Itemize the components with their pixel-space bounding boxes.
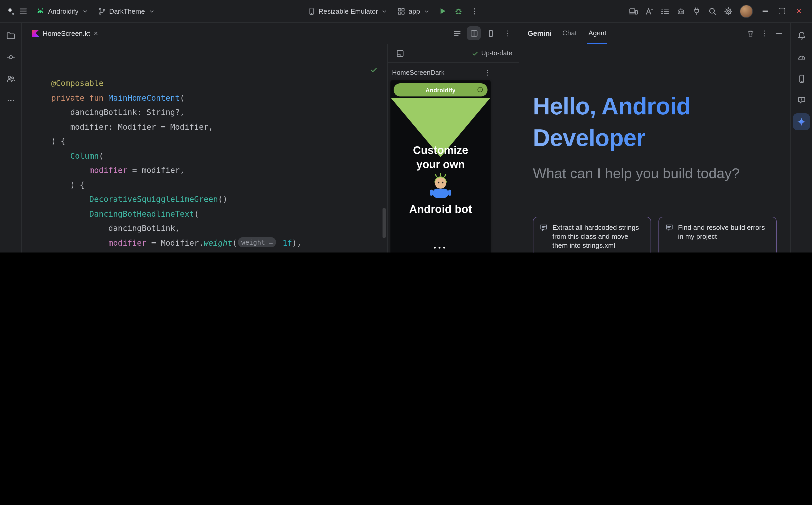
- gemini-header: Gemini Chat Agent: [519, 23, 790, 44]
- window-minimize-button[interactable]: [757, 4, 773, 18]
- ai-actions-button[interactable]: [642, 4, 656, 18]
- code-line[interactable]: modifier = Modifier.weight(weight = 1f),: [51, 236, 387, 250]
- gemini-tab-chat[interactable]: Chat: [561, 23, 578, 44]
- device-selector[interactable]: Resizable Emulator: [303, 4, 392, 18]
- code-editor[interactable]: @Composableprivate fun MainHomeContent( …: [22, 44, 387, 252]
- close-icon: ×: [796, 6, 801, 16]
- gemini-suggestion-card[interactable]: Extract all hardcoded strings from this …: [533, 217, 651, 252]
- minimize-panel-icon[interactable]: [775, 29, 783, 37]
- code-view-button[interactable]: [450, 26, 464, 40]
- gemini-subtitle: What can I help you build today?: [533, 166, 777, 182]
- chevron-down-icon: [82, 8, 89, 14]
- project-tool-button[interactable]: [2, 27, 19, 44]
- left-tool-strip: [0, 23, 22, 252]
- ide-logo-icon: [5, 6, 15, 16]
- preview-gallery-button[interactable]: [393, 46, 407, 60]
- more-run-actions-button[interactable]: [467, 4, 482, 18]
- compose-preview-pane: Up-to-date HomeScreenDark: [387, 44, 518, 252]
- trash-icon[interactable]: [746, 29, 755, 37]
- task-list-button[interactable]: [658, 4, 672, 18]
- gemini-tool-button[interactable]: [793, 113, 810, 130]
- android-head-icon: [36, 7, 45, 16]
- device-manager-button[interactable]: [626, 4, 641, 18]
- preview-app-title: Androidify: [426, 87, 456, 93]
- search-everywhere-button[interactable]: [705, 4, 720, 18]
- split-view-button[interactable]: [467, 26, 481, 40]
- branch-selector[interactable]: DarkTheme: [94, 4, 159, 18]
- editor-scrollbar[interactable]: [382, 208, 386, 238]
- chat-suggestion-icon: [665, 223, 673, 233]
- carousel-dots-icon: ●●●: [391, 245, 490, 250]
- gemini-suggestions: Extract all hardcoded strings from this …: [533, 217, 777, 252]
- preview-app-bar: Androidify: [393, 83, 487, 97]
- window-maximize-button[interactable]: [774, 4, 790, 18]
- inspections-ok-icon[interactable]: [313, 49, 378, 93]
- preview-card-homescreendark[interactable]: Androidify Customize your own: [391, 80, 490, 252]
- code-line[interactable]: modifier = modifier,: [51, 163, 387, 178]
- kotlin-file-icon: [32, 30, 39, 37]
- code-line[interactable]: Column(: [51, 149, 387, 163]
- settings-button[interactable]: [721, 4, 735, 18]
- code-line[interactable]: private fun MainHomeContent(: [51, 91, 387, 106]
- main-menu-button[interactable]: [16, 4, 31, 18]
- window-close-button[interactable]: ×: [791, 4, 807, 18]
- gear-icon: [724, 7, 732, 16]
- preview-headline-bot: Android bot: [391, 203, 490, 216]
- chevron-down-icon: [148, 8, 155, 14]
- editor-workspace: HomeScreen.kt × @Compo: [22, 23, 519, 252]
- profiler-tool-button[interactable]: [793, 48, 810, 65]
- pull-requests-tool-button[interactable]: [2, 70, 19, 87]
- preview-scroll-area[interactable]: HomeScreenDark Androidify: [388, 63, 518, 252]
- code-line[interactable]: modifier: Modifier = Modifier,: [51, 120, 387, 134]
- gemini-greeting: Hello, Android Developer: [533, 91, 777, 154]
- ai-actions-icon: [645, 7, 654, 16]
- code-line[interactable]: ): [51, 250, 387, 252]
- device-name: Resizable Emulator: [319, 7, 378, 15]
- code-line[interactable]: dancingBotLink: String?,: [51, 106, 387, 120]
- editor-options-button[interactable]: [501, 26, 514, 40]
- preview-name: HomeScreenDark: [392, 69, 445, 76]
- code-line[interactable]: ) {: [51, 178, 387, 192]
- kebab-menu-icon[interactable]: [761, 29, 769, 37]
- code-line[interactable]: DancingBotHeadlineText(: [51, 207, 387, 221]
- suggestion-text: Find and resolve build errors in my proj…: [678, 223, 770, 241]
- commit-tool-button[interactable]: [2, 48, 19, 65]
- preview-toolbar: Up-to-date: [388, 44, 518, 63]
- tab-close-icon[interactable]: ×: [94, 29, 98, 37]
- gauge-icon: [797, 52, 806, 61]
- debug-button[interactable]: [451, 4, 466, 18]
- project-selector[interactable]: Androidify: [32, 4, 93, 18]
- device-manager-icon: [629, 7, 637, 16]
- preview-group-label[interactable]: HomeScreenDark: [392, 69, 491, 76]
- gemini-header-icons: [746, 29, 783, 37]
- gemini-tab-agent[interactable]: Agent: [587, 23, 607, 44]
- run-config-selector[interactable]: app: [393, 4, 434, 18]
- chevron-down-icon: [381, 8, 388, 14]
- code-line[interactable]: DecorativeSquiggleLimeGreen(): [51, 192, 387, 207]
- kebab-menu-icon: [503, 29, 511, 37]
- device-explorer-tool-button[interactable]: [793, 70, 810, 87]
- more-tool-windows-button[interactable]: [2, 92, 19, 109]
- suggestion-text: Extract all hardcoded strings from this …: [552, 223, 644, 250]
- preview-gallery-icon: [396, 49, 404, 57]
- project-name: Androidify: [48, 7, 79, 15]
- design-view-button[interactable]: [484, 26, 497, 40]
- code-line[interactable]: dancingBotLink,: [51, 221, 387, 236]
- code-line[interactable]: ) {: [51, 134, 387, 149]
- run-button[interactable]: [435, 4, 450, 18]
- notifications-tool-button[interactable]: [793, 27, 810, 44]
- user-avatar[interactable]: [740, 4, 753, 18]
- info-icon: [477, 87, 483, 93]
- connect-device-button[interactable]: [689, 4, 704, 18]
- split-view-icon: [470, 29, 478, 37]
- preview-options-icon[interactable]: [484, 69, 491, 76]
- editor-tab[interactable]: HomeScreen.kt ×: [28, 23, 102, 44]
- gemini-suggestion-card[interactable]: Find and resolve build errors in my proj…: [659, 217, 777, 252]
- folder-icon: [6, 31, 15, 40]
- preview-status[interactable]: Up-to-date: [472, 49, 512, 57]
- app-quality-insights-tool-button[interactable]: [793, 92, 810, 109]
- play-icon: [439, 7, 447, 15]
- agent-robot-button[interactable]: [673, 4, 688, 18]
- device-explorer-icon: [797, 74, 806, 83]
- android-studio-window: Androidify DarkTheme Resizable Emulator …: [0, 0, 812, 252]
